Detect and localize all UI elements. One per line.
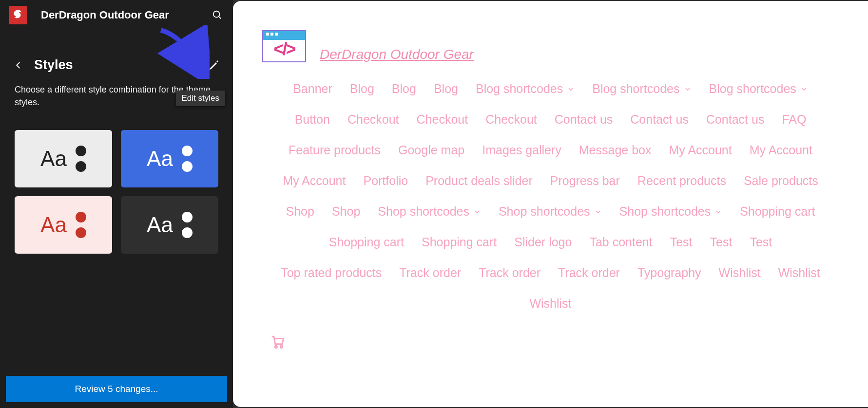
svg-point-2 bbox=[188, 63, 192, 67]
nav-item[interactable]: Track order bbox=[470, 266, 549, 280]
nav-item[interactable]: Blog bbox=[425, 82, 467, 96]
chevron-left-icon bbox=[14, 61, 23, 70]
nav-item[interactable]: Checkout bbox=[477, 112, 546, 127]
nav-item[interactable]: Feature products bbox=[280, 143, 389, 157]
nav-item[interactable]: Blog bbox=[341, 82, 383, 96]
preview-button[interactable] bbox=[183, 59, 196, 72]
nav-item-label: Checkout bbox=[485, 112, 537, 127]
nav-item[interactable]: Shop bbox=[277, 204, 323, 219]
nav-item-label: Checkout bbox=[347, 112, 399, 127]
panel-header: Styles bbox=[0, 28, 233, 79]
nav-item-label: Blog shortcodes bbox=[592, 82, 679, 96]
nav-item[interactable]: My Account bbox=[660, 143, 741, 157]
style-variant-label: Aa bbox=[40, 213, 67, 237]
nav-item-label: Banner bbox=[293, 82, 332, 96]
style-variant-label: Aa bbox=[40, 147, 67, 171]
nav-item-label: Shop bbox=[286, 204, 314, 219]
nav-item[interactable]: My Account bbox=[741, 143, 821, 157]
nav-item[interactable]: Contact us bbox=[546, 112, 622, 127]
nav-item[interactable]: FAQ bbox=[773, 112, 815, 127]
nav-item[interactable]: Top rated products bbox=[272, 266, 390, 280]
nav-item-label: Checkout bbox=[417, 112, 468, 127]
nav-item-label: Message box bbox=[579, 143, 652, 157]
nav-item[interactable]: Portfolio bbox=[354, 174, 417, 188]
nav-item[interactable]: Checkout bbox=[339, 112, 408, 127]
nav-item[interactable]: Blog shortcodes bbox=[467, 82, 583, 96]
cart-row bbox=[262, 333, 839, 351]
nav-item-label: Shop shortcodes bbox=[378, 204, 469, 219]
nav-item[interactable]: Google map bbox=[389, 143, 473, 157]
nav-item-label: Test bbox=[750, 235, 772, 249]
nav-item[interactable]: Blog bbox=[383, 82, 425, 96]
chevron-down-icon bbox=[714, 208, 722, 216]
nav-item-label: My Account bbox=[750, 143, 812, 157]
nav-item-label: Shopping cart bbox=[329, 235, 404, 249]
nav-item[interactable]: Tab content bbox=[580, 235, 661, 249]
chevron-down-icon bbox=[594, 208, 602, 216]
style-variant-blue[interactable]: Aa bbox=[121, 130, 218, 187]
nav-item[interactable]: Slider logo bbox=[505, 235, 580, 249]
preview-header: </> DerDragon Outdoor Gear bbox=[262, 30, 839, 62]
nav-item-label: Blog shortcodes bbox=[709, 82, 796, 96]
preview-site-logo[interactable]: </> bbox=[262, 30, 306, 62]
nav-item[interactable]: Test bbox=[741, 235, 781, 249]
edit-styles-tooltip: Edit styles bbox=[176, 91, 225, 106]
nav-item[interactable]: Test bbox=[701, 235, 741, 249]
nav-item[interactable]: Images gallery bbox=[473, 143, 570, 157]
nav-item-label: Blog bbox=[392, 82, 416, 96]
chevron-down-icon bbox=[473, 208, 481, 216]
nav-item[interactable]: Message box bbox=[570, 143, 660, 157]
nav-item[interactable]: Shop shortcodes bbox=[611, 204, 732, 219]
style-variant-pink[interactable]: Aa bbox=[15, 196, 112, 254]
nav-item-label: FAQ bbox=[782, 112, 806, 127]
style-variant-light[interactable]: Aa bbox=[15, 130, 112, 187]
preview-nav: BannerBlogBlogBlogBlog shortcodesBlog sh… bbox=[262, 82, 839, 311]
edit-styles-button[interactable] bbox=[208, 59, 220, 72]
nav-item[interactable]: Button bbox=[286, 112, 339, 127]
nav-item[interactable]: Blog shortcodes bbox=[583, 82, 700, 96]
nav-item[interactable]: Wishlist bbox=[521, 297, 580, 311]
nav-item-label: Wishlist bbox=[529, 297, 571, 311]
cart-button[interactable] bbox=[269, 333, 287, 351]
svg-point-0 bbox=[213, 11, 220, 18]
review-changes-button[interactable]: Review 5 changes... bbox=[6, 376, 227, 402]
nav-item[interactable]: Track order bbox=[390, 266, 470, 280]
chevron-down-icon bbox=[684, 85, 692, 93]
nav-item[interactable]: Blog shortcodes bbox=[700, 82, 817, 96]
nav-item[interactable]: Shop bbox=[323, 204, 369, 219]
back-button[interactable] bbox=[13, 59, 24, 71]
palette-dots-icon bbox=[182, 146, 193, 172]
nav-item[interactable]: Wishlist bbox=[710, 266, 770, 280]
nav-item-label: Top rated products bbox=[281, 266, 382, 280]
panel-actions bbox=[183, 59, 220, 72]
chevron-down-icon bbox=[800, 85, 808, 93]
nav-item-label: Sale products bbox=[744, 174, 818, 188]
nav-item[interactable]: Typography bbox=[629, 266, 710, 280]
nav-item[interactable]: Sale products bbox=[735, 174, 827, 188]
nav-item[interactable]: My Account bbox=[274, 174, 354, 188]
nav-item[interactable]: Wishlist bbox=[770, 266, 829, 280]
nav-item[interactable]: Banner bbox=[284, 82, 341, 96]
nav-item[interactable]: Progress bar bbox=[541, 174, 629, 188]
nav-item[interactable]: Product deals slider bbox=[417, 174, 541, 188]
nav-item-label: Track order bbox=[479, 266, 540, 280]
nav-item-label: Button bbox=[295, 112, 330, 127]
nav-item[interactable]: Shop shortcodes bbox=[490, 204, 611, 219]
nav-item-label: Contact us bbox=[555, 112, 613, 127]
nav-item[interactable]: Shop shortcodes bbox=[369, 204, 490, 219]
nav-item[interactable]: Contact us bbox=[697, 112, 773, 127]
preview-site-title-link[interactable]: DerDragon Outdoor Gear bbox=[320, 47, 474, 62]
nav-item[interactable]: Contact us bbox=[621, 112, 697, 127]
nav-item[interactable]: Shopping cart bbox=[320, 235, 413, 249]
nav-item[interactable]: Shopping cart bbox=[413, 235, 505, 249]
nav-item[interactable]: Checkout bbox=[408, 112, 477, 127]
nav-item-label: Blog bbox=[350, 82, 374, 96]
search-button[interactable] bbox=[211, 8, 224, 22]
nav-item[interactable]: Recent products bbox=[629, 174, 735, 188]
nav-item[interactable]: Test bbox=[661, 235, 701, 249]
style-variant-dark[interactable]: Aa bbox=[121, 196, 218, 254]
nav-item[interactable]: Track order bbox=[549, 266, 629, 280]
nav-item[interactable]: Shopping cart bbox=[731, 204, 824, 219]
eye-icon bbox=[183, 59, 196, 72]
nav-item-label: Slider logo bbox=[514, 235, 572, 249]
